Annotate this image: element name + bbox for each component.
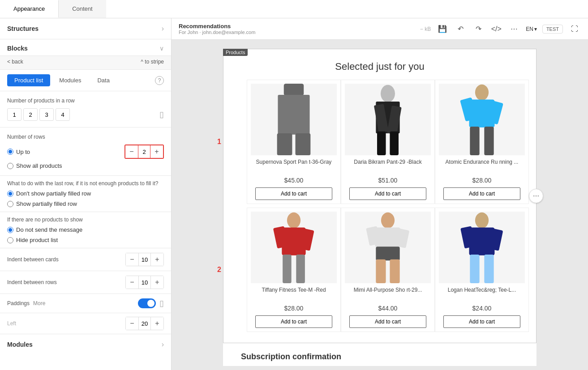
toolbar-title-block: Recommendations For John · john.doe@exam… bbox=[179, 23, 415, 35]
svg-point-5 bbox=[381, 85, 395, 102]
product-price-3: $28.00 bbox=[472, 177, 492, 184]
row-1-number: 1 bbox=[217, 138, 221, 146]
add-to-cart-btn-5[interactable]: Add to cart bbox=[349, 315, 427, 328]
tab-content-label: Content bbox=[72, 5, 93, 12]
product-name-2: Daria Bikram Pant-29 -Black bbox=[354, 159, 421, 173]
dont-show-radio[interactable] bbox=[7, 191, 13, 197]
add-to-cart-btn-6[interactable]: Add to cart bbox=[443, 315, 521, 328]
paddings-right: ▯ bbox=[138, 298, 164, 308]
indent-cards-decrement-btn[interactable]: − bbox=[126, 253, 138, 266]
float-more-btn[interactable]: ⋯ bbox=[529, 189, 543, 203]
svg-point-30 bbox=[475, 213, 489, 229]
product-price-2: $51.00 bbox=[378, 177, 398, 184]
product-card-4: Tiffany Fitness Tee-M -Red $28.00 Add to… bbox=[247, 208, 341, 332]
svg-rect-0 bbox=[284, 84, 304, 96]
help-icon[interactable]: ? bbox=[155, 76, 164, 85]
show-all-label: Show all products bbox=[16, 162, 62, 169]
tab-appearance[interactable]: Appearance bbox=[0, 0, 59, 18]
add-to-cart-btn-3[interactable]: Add to cart bbox=[443, 187, 521, 200]
product-price-1: $45.00 bbox=[284, 177, 304, 184]
redo-icon-btn[interactable]: ↷ bbox=[472, 23, 485, 35]
products-per-row-buttons: 1 2 3 4 ▯ bbox=[7, 108, 164, 121]
product-card-2: Daria Bikram Pant-29 -Black $51.00 Add t… bbox=[341, 80, 435, 204]
up-to-option[interactable]: Up to bbox=[7, 149, 30, 155]
back-link[interactable]: < back bbox=[7, 59, 23, 65]
indent-rows-decrement-btn[interactable]: − bbox=[126, 276, 138, 289]
rows-increment-btn[interactable]: + bbox=[150, 145, 163, 158]
show-all-radio[interactable] bbox=[7, 163, 13, 169]
undo-icon-btn[interactable]: ↶ bbox=[454, 23, 467, 35]
dont-show-option[interactable]: Don't show partially filled row bbox=[7, 190, 164, 197]
paddings-toggle-slider bbox=[138, 298, 156, 308]
paddings-mobile-icon: ▯ bbox=[159, 298, 164, 308]
paddings-toggle[interactable] bbox=[138, 298, 156, 308]
indent-rows-increment-btn[interactable]: + bbox=[151, 276, 163, 289]
more-icon-btn[interactable]: ⋯ bbox=[508, 23, 520, 35]
indent-cards-value-input[interactable] bbox=[138, 253, 151, 266]
rows-stepper: − + bbox=[124, 145, 164, 159]
email-area: Products Selected just for you 1 bbox=[172, 40, 588, 370]
code-icon-btn[interactable]: </> bbox=[490, 23, 502, 35]
expand-icon-btn[interactable]: ⛶ bbox=[568, 23, 581, 35]
data-tab[interactable]: Data bbox=[90, 74, 116, 86]
indent-rows-value-input[interactable] bbox=[138, 276, 151, 289]
test-btn[interactable]: TEST bbox=[542, 25, 563, 34]
products-title: Selected just for you bbox=[231, 61, 529, 72]
show-all-row: Show all products bbox=[7, 162, 164, 169]
show-all-option[interactable]: Show all products bbox=[7, 162, 164, 169]
svg-rect-34 bbox=[470, 255, 479, 283]
product-name-3: Atomic Endurance Ru nning ... bbox=[446, 159, 519, 173]
toolbar-title: Recommendations bbox=[179, 23, 415, 30]
subscription-title: Subscription confirmation bbox=[223, 343, 536, 366]
stripe-link[interactable]: ^ to stripe bbox=[141, 59, 164, 65]
per-row-btn-2[interactable]: 2 bbox=[23, 108, 38, 121]
svg-rect-29 bbox=[390, 259, 399, 283]
paddings-decrement-btn[interactable]: − bbox=[126, 317, 138, 330]
product-list-tab[interactable]: Product list bbox=[7, 74, 50, 86]
left-panel: Structures › Blocks ∨ < back ^ to stripe… bbox=[0, 18, 172, 370]
last-row-section: What to do with the last row, if it is n… bbox=[0, 176, 171, 212]
do-not-send-option[interactable]: Do not send the message bbox=[7, 226, 164, 233]
dont-show-label: Don't show partially filled row bbox=[16, 190, 91, 197]
add-to-cart-btn-1[interactable]: Add to cart bbox=[255, 187, 333, 200]
rows-value-input[interactable] bbox=[138, 145, 150, 158]
add-to-cart-btn-2[interactable]: Add to cart bbox=[349, 187, 427, 200]
add-to-cart-btn-4[interactable]: Add to cart bbox=[255, 315, 333, 328]
mobile-icon: ▯ bbox=[159, 110, 164, 119]
save-icon-btn[interactable]: 💾 bbox=[436, 23, 449, 35]
per-row-btn-4[interactable]: 4 bbox=[56, 108, 70, 121]
product-name-1: Supernova Sport Pan t-36-Gray bbox=[256, 159, 332, 173]
paddings-more-link[interactable]: More bbox=[33, 300, 45, 306]
toolbar-lang[interactable]: EN ▾ bbox=[526, 26, 537, 32]
product-image-3 bbox=[439, 84, 525, 155]
do-not-send-row: Do not send the message bbox=[7, 226, 164, 233]
show-partial-radio[interactable] bbox=[7, 201, 13, 207]
indent-cards-label: Indent between cards bbox=[7, 256, 59, 263]
rows-decrement-btn[interactable]: − bbox=[125, 145, 138, 158]
hide-list-option[interactable]: Hide product list bbox=[7, 237, 164, 243]
right-panel: Recommendations For John · john.doe@exam… bbox=[172, 18, 588, 370]
paddings-left-label: Left bbox=[7, 320, 16, 327]
up-to-radio[interactable] bbox=[7, 149, 13, 155]
per-row-btn-3[interactable]: 3 bbox=[39, 108, 54, 121]
paddings-increment-btn[interactable]: + bbox=[151, 317, 163, 330]
modules-tab[interactable]: Modules bbox=[52, 74, 88, 86]
svg-point-17 bbox=[287, 213, 300, 229]
per-row-btn-1[interactable]: 1 bbox=[7, 108, 21, 121]
do-not-send-radio[interactable] bbox=[7, 227, 13, 233]
product-card-5: Mimi All-Purpose Sho rt-29... $44.00 Add… bbox=[341, 208, 435, 332]
blocks-label: Blocks bbox=[7, 45, 28, 52]
tab-content[interactable]: Content bbox=[59, 0, 106, 18]
product-name-4: Tiffany Fitness Tee-M -Red bbox=[262, 287, 326, 301]
structures-header[interactable]: Structures › bbox=[0, 18, 171, 39]
toolbar-kb: − kB bbox=[420, 26, 431, 32]
product-grid-2: Tiffany Fitness Tee-M -Red $28.00 Add to… bbox=[247, 208, 529, 332]
rows-label: Number of rows bbox=[7, 134, 164, 140]
hide-list-radio[interactable] bbox=[7, 237, 13, 243]
show-partial-option[interactable]: Show partially filled row bbox=[7, 200, 164, 207]
hide-list-label: Hide product list bbox=[16, 237, 58, 243]
svg-rect-1 bbox=[278, 95, 309, 135]
indent-cards-increment-btn[interactable]: + bbox=[151, 253, 163, 266]
paddings-value-input[interactable] bbox=[138, 317, 151, 330]
product-image-2 bbox=[345, 84, 431, 155]
